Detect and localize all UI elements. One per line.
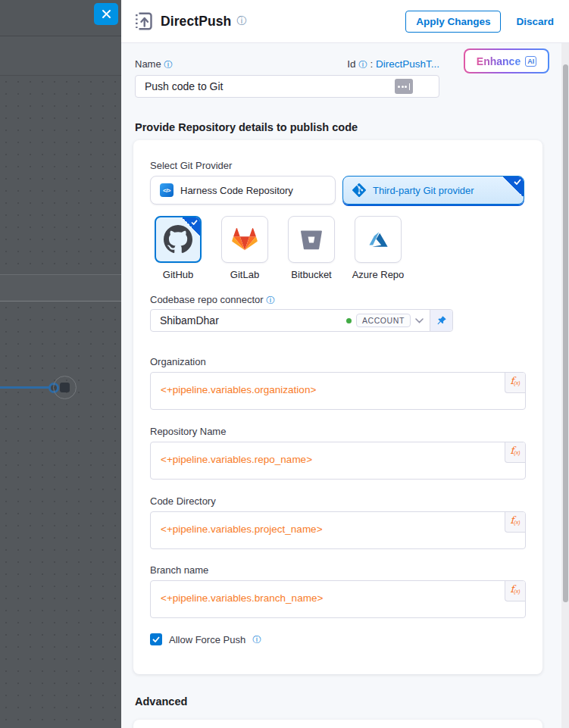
name-field-label: Name ⓘ bbox=[135, 58, 173, 70]
code-directory-input[interactable]: <+pipeline.variables.project_name> f(x) bbox=[150, 511, 526, 549]
provider-option-third-party[interactable]: Third-party Git provider bbox=[342, 176, 524, 205]
scrollbar-thumb[interactable] bbox=[563, 64, 568, 602]
section-heading: Provide Repository details to publish co… bbox=[135, 121, 358, 133]
branch-name-input[interactable]: <+pipeline.variables.branch_name> f(x) bbox=[150, 580, 526, 618]
close-drawer-button[interactable] bbox=[94, 3, 118, 25]
discard-link[interactable]: Discard bbox=[516, 16, 554, 27]
scrollbar-track[interactable] bbox=[561, 43, 569, 728]
check-icon bbox=[191, 220, 198, 225]
select-git-provider-label: Select Git Provider bbox=[150, 160, 232, 171]
repository-name-label: Repository Name bbox=[150, 426, 526, 437]
direct-push-step-icon bbox=[133, 11, 153, 31]
id-info-icon[interactable]: ⓘ bbox=[358, 60, 367, 69]
tile-label-github: GitHub bbox=[155, 269, 202, 280]
azure-icon bbox=[367, 228, 389, 251]
name-input[interactable]: Push code to Git bbox=[135, 75, 439, 98]
allow-force-push-row: Allow Force Push ⓘ bbox=[150, 633, 261, 645]
connector-label: Codebase repo connector ⓘ bbox=[150, 294, 275, 306]
pipeline-end-node[interactable] bbox=[53, 376, 77, 399]
selected-check-flag bbox=[503, 177, 524, 197]
git-icon bbox=[352, 183, 366, 197]
stop-icon bbox=[60, 383, 70, 392]
pin-icon bbox=[436, 315, 447, 327]
organization-label: Organization bbox=[150, 356, 526, 367]
code-directory-label: Code Directory bbox=[150, 495, 526, 507]
close-icon bbox=[102, 9, 111, 19]
page-title: DirectPush bbox=[161, 14, 231, 30]
gitlab-icon bbox=[231, 227, 258, 252]
allow-force-push-checkbox[interactable] bbox=[150, 633, 162, 645]
pin-connector-button[interactable] bbox=[430, 310, 452, 331]
screen: DirectPush ⓘ Apply Changes Discard Name … bbox=[0, 0, 569, 728]
name-info-icon[interactable]: ⓘ bbox=[164, 60, 173, 69]
tile-bitbucket[interactable] bbox=[288, 216, 335, 263]
pipeline-canvas bbox=[0, 0, 121, 728]
tile-azure-repo[interactable] bbox=[355, 216, 402, 263]
check-icon bbox=[152, 636, 160, 642]
bitbucket-icon bbox=[301, 229, 322, 250]
canvas-stage-band bbox=[0, 274, 121, 302]
advanced-heading: Advanced bbox=[135, 695, 187, 708]
canvas-header-strip bbox=[0, 37, 121, 76]
repository-name-input[interactable]: <+pipeline.variables.repo_name> f(x) bbox=[150, 442, 526, 480]
tile-label-azure-repo: Azure Repo bbox=[349, 269, 408, 280]
allow-force-push-label: Allow Force Push bbox=[169, 634, 245, 645]
expression-fx-badge[interactable]: f(x) bbox=[505, 581, 525, 601]
canvas-dot-grid-lower bbox=[0, 302, 121, 728]
branch-name-label: Branch name bbox=[150, 564, 526, 576]
apply-changes-button[interactable]: Apply Changes bbox=[405, 11, 501, 33]
chevron-down-icon[interactable] bbox=[415, 318, 424, 323]
step-id-value[interactable]: DirectPushT... bbox=[376, 58, 439, 70]
organization-input[interactable]: <+pipeline.variables.organization> f(x) bbox=[150, 372, 526, 410]
harness-code-icon: </> bbox=[160, 183, 174, 197]
expression-fx-badge[interactable]: f(x) bbox=[505, 512, 525, 533]
enhance-ai-button[interactable]: Enhance AI bbox=[464, 48, 549, 73]
tile-gitlab[interactable] bbox=[221, 216, 268, 263]
expression-fx-badge[interactable]: f(x) bbox=[505, 373, 525, 393]
force-push-info-icon[interactable]: ⓘ bbox=[252, 634, 261, 645]
tile-github[interactable] bbox=[155, 216, 202, 263]
repository-details-card: Select Git Provider </> Harness Code Rep… bbox=[133, 140, 542, 674]
tile-label-gitlab: GitLab bbox=[221, 269, 268, 280]
ai-badge: AI bbox=[525, 56, 536, 67]
expression-fx-badge[interactable]: f(x) bbox=[505, 442, 525, 463]
connector-scope-badge: ACCOUNT bbox=[356, 314, 411, 327]
step-config-body: Name ⓘ Id ⓘ : DirectPushT... Enhance AI … bbox=[121, 43, 569, 728]
advanced-card bbox=[133, 720, 542, 728]
connector-info-icon[interactable]: ⓘ bbox=[266, 295, 275, 305]
selected-check-flag bbox=[182, 217, 200, 236]
canvas-dot-grid bbox=[0, 76, 121, 274]
check-icon bbox=[514, 179, 521, 185]
connector-status-dot bbox=[346, 318, 352, 323]
title-info-icon[interactable]: ⓘ bbox=[236, 14, 246, 28]
edit-name-icon[interactable] bbox=[395, 79, 413, 94]
step-config-header: DirectPush ⓘ Apply Changes Discard bbox=[121, 0, 569, 43]
tile-label-bitbucket: Bitbucket bbox=[288, 269, 335, 280]
step-id-row: Id ⓘ : DirectPushT... bbox=[347, 58, 439, 70]
provider-option-harness-code[interactable]: </> Harness Code Repository bbox=[150, 176, 336, 205]
pipeline-edge-line bbox=[0, 386, 53, 389]
codebase-repo-connector-input[interactable]: ShibamDhar ACCOUNT bbox=[150, 309, 453, 332]
